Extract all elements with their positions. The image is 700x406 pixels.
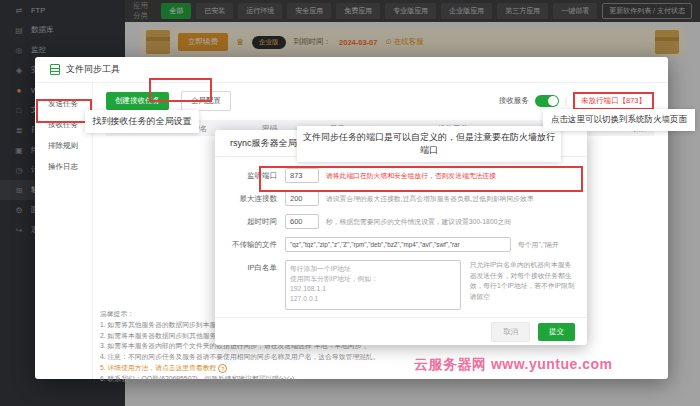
site-watermark: 云服务器网 www.yuntue.com <box>414 356 613 374</box>
max-conn-help-text: 请设置合理的最大连接数,过高会增加服务器负载,过低则影响同步效率 <box>326 191 534 206</box>
field-row-max-conn: 最大连接数 请设置合理的最大连接数,过高会增加服务器负载,过低则影响同步效率 <box>225 191 575 206</box>
cancel-button[interactable]: 取消 <box>491 322 530 342</box>
nav-receive-tasks[interactable]: 接收任务 <box>35 114 92 135</box>
exclude-help-text: 每个用","隔开 <box>518 237 559 252</box>
field-row-whitelist: IP白名单 只允许IP白名单内的机器向本服务器发送任务，对每个接收任务都生效，每… <box>225 260 575 310</box>
modal-toolbar: 创建接收任务 全局配置 接收服务 | 未放行端口【873】 <box>94 83 668 111</box>
dialog-body: 监听端口 请将此端口在防火墙和安全组放行，否则发送端无法连接 最大连接数 请设置… <box>215 157 587 310</box>
screen: ⇄FTP ▤数据库 ◎监控 ◈安全 ●WAF □文件 ≣日志 ▣终端 ◷计划任务… <box>0 0 700 406</box>
dialog-footer: 取消 提交 <box>215 317 587 345</box>
field-row-timeout: 超时时间 秒，根据您需要同步的文件情况设置，建议设置300-1800之间 <box>225 214 575 229</box>
timeout-help-text: 秒，根据您需要同步的文件情况设置，建议设置300-1800之间 <box>326 214 511 229</box>
port-label: 监听端口 <box>225 168 277 183</box>
port-help-text: 请将此端口在防火墙和安全组放行，否则发送端无法连接 <box>326 168 496 183</box>
global-config-button[interactable]: 全局配置 <box>181 91 231 111</box>
receive-service-group: 接收服务 | 未放行端口【873】 <box>499 92 654 110</box>
max-conn-input[interactable] <box>285 191 319 206</box>
submit-button[interactable]: 提交 <box>538 323 575 341</box>
rsync-global-config-dialog: rsync服务器全局配置 监听端口 请将此端口在防火墙和安全组放行，否则发送端无… <box>215 130 587 345</box>
nav-exclude-rules[interactable]: 排除规则 <box>35 135 92 156</box>
annotation-callout-port: 文件同步任务的端口是可以自定义的，但是注意要在防火墙放行端口 <box>297 126 561 162</box>
port-input[interactable] <box>285 168 319 183</box>
receive-service-label: 接收服务 <box>499 96 529 106</box>
nav-send-tasks[interactable]: 发送任务 <box>35 93 92 114</box>
timeout-input[interactable] <box>285 214 319 229</box>
annotation-callout-firewall: 点击这里可以切换到系统防火墙页面 <box>543 109 695 131</box>
tip-5-text: 5. 详细使用方法，请点击这里查看教程 <box>100 364 216 371</box>
tip-6: 6. 联系我们：QQ群(620695507)，问题反馈和建议都可以哦(•'v'•… <box>100 374 658 385</box>
file-sync-icon <box>50 64 60 75</box>
timeout-label: 超时时间 <box>225 214 277 229</box>
unopened-port-link[interactable]: 未放行端口【873】 <box>573 92 654 110</box>
annotation-callout-global-config: 找到接收任务的全局设置 <box>85 110 199 133</box>
field-row-exclude: 不传输的文件 每个用","隔开 <box>225 237 575 252</box>
create-receive-task-button[interactable]: 创建接收任务 <box>106 92 169 110</box>
ip-whitelist-help-text: 只允许IP白名单内的机器向本服务器发送任务，对每个接收任务都生效，每行1个IP地… <box>470 260 575 302</box>
exclude-files-input[interactable] <box>285 237 511 252</box>
modal-header: 文件同步工具 <box>35 57 668 83</box>
ip-whitelist-textarea[interactable] <box>285 260 461 310</box>
help-circle-icon: ? <box>218 364 227 373</box>
ip-whitelist-label: IP白名单 <box>225 260 277 275</box>
nav-operation-logs[interactable]: 操作日志 <box>35 156 92 177</box>
exclude-label: 不传输的文件 <box>225 237 277 252</box>
modal-title: 文件同步工具 <box>66 63 120 76</box>
max-conn-label: 最大连接数 <box>225 191 277 206</box>
field-row-port: 监听端口 请将此端口在防火墙和安全组放行，否则发送端无法连接 <box>225 168 575 183</box>
receive-service-toggle[interactable] <box>535 95 559 107</box>
divider: | <box>565 96 567 106</box>
